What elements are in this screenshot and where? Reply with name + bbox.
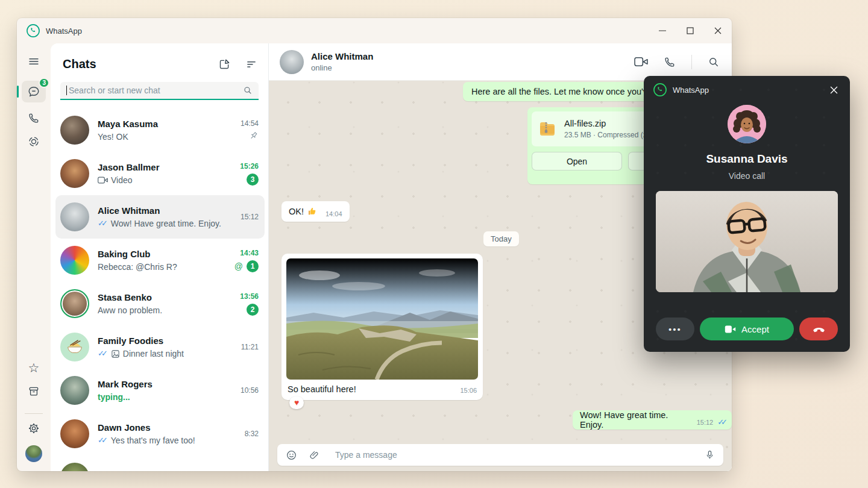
nav-rail: 3 ☆ [17,43,51,471]
voice-call-button[interactable] [664,56,676,68]
chat-row-mark-rogers[interactable]: Mark Rogers typing... 10:56 [55,369,265,412]
chat-row-maya-kasuma[interactable]: Maya Kasuma Yes! OK 14:54 [55,108,265,152]
photo-caption: So beautiful here! [288,384,460,394]
whatsapp-logo-icon [27,24,40,37]
more-dots-icon: ••• [668,324,682,334]
nav-starred-button[interactable]: ☆ [28,361,40,374]
caller-name: Susanna Davis [644,152,850,166]
page-title: Chats [63,57,218,71]
chat-bubble-icon [27,85,40,98]
close-button[interactable] [704,18,732,43]
message-text: OK! [289,207,304,216]
filter-chats-button[interactable] [245,58,257,70]
read-ticks-icon: ✓✓ [717,418,725,427]
nav-profile-button[interactable] [25,445,42,462]
mountain-landscape-image [286,258,478,380]
header-divider [691,55,692,69]
gear-icon [28,422,40,434]
window-title: WhatsApp [46,27,82,36]
chat-row-ziggy-woodley[interactable]: Ziggy Woodley 9:12 [55,455,265,471]
filter-icon [245,58,257,70]
chat-row-baking-club[interactable]: Baking Club Rebecca: @Chris R? 14:43 @ 1 [55,239,265,282]
microphone-icon [705,449,715,461]
contact-status: online [311,63,373,72]
avatar [60,246,89,275]
avatar [60,202,89,231]
message-reaction[interactable]: ♥ [289,396,304,409]
nav-settings-button[interactable] [28,422,40,434]
emoji-icon [286,449,297,461]
nav-status-button[interactable] [22,131,46,152]
thumbs-up-emoji [307,207,317,216]
contact-name[interactable]: Alice Whitman [311,51,373,61]
maximize-button[interactable] [676,18,704,43]
chat-name: Jason Ballmer [98,161,234,173]
nav-chats-button[interactable]: 3 [22,81,46,102]
typing-indicator: typing... [98,392,130,402]
chat-time: 10:56 [241,386,259,395]
search-in-chat-button[interactable] [708,56,720,68]
chat-name: Dawn Jones [98,422,239,433]
rail-divider [25,413,43,414]
text-caret [66,86,67,95]
message-incoming-ok[interactable]: OK! 14:04 [281,201,350,222]
call-more-options-button[interactable]: ••• [656,318,694,340]
nav-archived-button[interactable] [28,386,40,398]
chat-preview: Video [111,175,133,186]
chat-row-dawn-jones[interactable]: Dawn Jones ✓✓Yes that's my fave too! 8:3… [55,412,265,455]
chat-name: Maya Kasuma [98,118,234,130]
read-ticks-icon: ✓✓ [98,348,108,359]
chat-time: 11:21 [241,343,259,351]
heart-reaction-icon: ♥ [294,398,299,407]
date-divider: Today [483,231,519,246]
chat-preview: Rebecca: @Chris R? [98,261,177,272]
caller-avatar-illustration [728,105,766,143]
avatar [60,463,89,471]
decline-call-button[interactable] [799,318,838,340]
attach-button[interactable] [309,449,319,461]
open-file-button[interactable]: Open [532,152,622,170]
nav-calls-button[interactable] [22,107,46,129]
chat-row-alice-whitman[interactable]: Alice Whitman ✓✓Wow! Have great time. En… [55,195,265,239]
emoji-button[interactable] [286,449,297,461]
chat-time: 15:12 [241,213,259,221]
new-chat-button[interactable] [218,58,231,70]
dismiss-call-popup-button[interactable] [826,82,841,98]
chat-row-family-foodies[interactable]: Family Foodies ✓✓ Dinner last night 11:2… [55,325,265,369]
search-input[interactable] [69,86,243,95]
message-outgoing-wow[interactable]: Wow! Have great time. Enjoy. 15:12 ✓✓ [573,410,732,430]
chat-name: Mark Rogers [98,378,234,390]
accept-call-button[interactable]: Accept [700,318,794,340]
caller-video-preview [656,191,838,292]
chat-name: Alice Whitman [98,205,234,216]
contact-avatar[interactable] [280,50,304,74]
minimize-button[interactable] [649,18,676,43]
chat-time: 13:56 [240,292,259,301]
incoming-call-popup: WhatsApp Susanna Davis Video call [644,76,850,352]
pinned-icon [248,131,259,141]
photo-thumbnail[interactable] [286,258,478,380]
avatar [60,333,89,361]
avatar [60,159,89,188]
menu-button[interactable] [28,55,40,67]
chat-time: 8:32 [245,430,259,438]
video-message-icon [98,176,108,184]
conversation-header: Alice Whitman online [269,43,732,81]
chat-row-stasa-benko[interactable]: Stasa Benko Aww no problem. 13:56 2 [55,282,265,325]
search-icon [243,86,253,95]
chat-list: Maya Kasuma Yes! OK 14:54 Jason Ballmer [51,107,268,471]
noodle-bowl-icon [66,338,84,356]
video-camera-icon [725,325,736,334]
chat-row-jason-ballmer[interactable]: Jason Ballmer Video 15:26 3 [55,152,265,195]
voice-record-button[interactable] [705,449,715,461]
message-input-bar [277,444,723,466]
star-icon: ☆ [28,361,40,374]
video-call-button[interactable] [634,56,648,67]
message-photo[interactable]: So beautiful here! 15:06 [281,254,483,400]
chat-name: Stasa Benko [98,292,234,303]
file-name: All-files.zip [564,119,656,128]
message-input[interactable] [335,450,705,460]
chat-preview: Dinner last night [123,348,184,359]
active-tab-indicator [17,86,19,98]
phone-icon [664,56,676,68]
